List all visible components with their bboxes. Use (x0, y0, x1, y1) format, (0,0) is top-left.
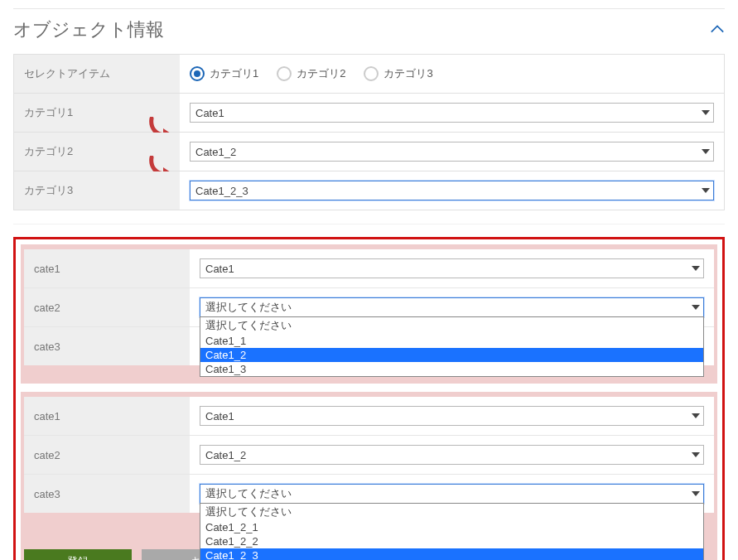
row-cate1: cate1 Cate1 (24, 249, 714, 287)
row-cate2: cate2 Cate1_2 (24, 435, 714, 474)
label-cate3: cate3 (24, 327, 190, 365)
divider (13, 224, 725, 237)
select-cate3-g3[interactable]: 選択してください (200, 484, 704, 504)
dropdown-option[interactable]: Cate1_2_3 (200, 548, 703, 560)
caret-down-icon (692, 266, 700, 271)
dropdown-option[interactable]: Cate1_1 (200, 334, 703, 348)
field-cate2: 選択してください 選択してください Cate1_1 Cate1_2 Cate1_… (190, 288, 714, 326)
select-cate1-g3[interactable]: Cate1 (200, 406, 704, 426)
radio-category-2[interactable]: カテゴリ2 (277, 66, 345, 81)
dropdown-cate2-g2: 選択してください Cate1_1 Cate1_2 Cate1_3 (200, 316, 704, 377)
dropdown-option[interactable]: Cate1_2_2 (200, 534, 703, 548)
row-category-1: カテゴリ1 Cate1 (14, 93, 724, 132)
label-cate1: cate1 (24, 249, 190, 287)
annotation-highlight-box: cate1 Cate1 cate2 選択してください 選択してくだ (13, 237, 725, 560)
dropdown-option[interactable]: Cate1_3 (200, 362, 703, 376)
select-value: 選択してください (205, 486, 292, 501)
field-category-2: Cate1_2 (180, 133, 724, 171)
example-table-3: cate1 Cate1 cate2 Cate1_2 (24, 397, 714, 513)
radio-icon (190, 66, 205, 81)
select-cate1-g2[interactable]: Cate1 (200, 258, 704, 278)
label-cate3: cate3 (24, 475, 190, 513)
dropdown-option[interactable]: Cate1_2 (200, 348, 703, 362)
row-cate3: cate3 選択してください 選択してください Cate1_2_1 Cate1_… (24, 474, 714, 513)
field-category-1: Cate1 (180, 94, 724, 132)
row-cate2: cate2 選択してください 選択してください Cate1_1 Cate1_2 … (24, 287, 714, 326)
example-group-2: cate1 Cate1 cate2 選択してください 選択してくだ (21, 244, 717, 384)
caret-down-icon (692, 305, 700, 310)
select-value: Cate1 (205, 410, 234, 422)
row-select-item: セレクトアイテム カテゴリ1 カテゴリ2 カテゴリ3 (14, 55, 724, 93)
field-select-item: カテゴリ1 カテゴリ2 カテゴリ3 (180, 55, 724, 93)
label-text: カテゴリ2 (24, 144, 73, 159)
radio-label: カテゴリ1 (210, 66, 258, 81)
caret-down-icon (692, 491, 700, 496)
field-cate2: Cate1_2 (190, 436, 714, 474)
example-table-2: cate1 Cate1 cate2 選択してください 選択してくだ (24, 249, 714, 365)
caret-down-icon (702, 149, 710, 154)
select-value: Cate1 (195, 107, 224, 119)
caret-down-icon (692, 452, 700, 457)
caret-down-icon (702, 188, 710, 193)
label-category-3: カテゴリ3 (14, 171, 180, 210)
field-category-3: Cate1_2_3 (180, 171, 724, 210)
label-cate2: cate2 (24, 436, 190, 474)
select-value: Cate1 (205, 263, 234, 275)
row-category-3: カテゴリ3 Cate1_2_3 (14, 171, 724, 210)
chevron-up-icon[interactable] (710, 23, 725, 37)
radio-label: カテゴリ2 (297, 66, 345, 81)
field-cate1: Cate1 (190, 249, 714, 287)
row-category-2: カテゴリ2 Cate1_2 (14, 132, 724, 171)
radio-icon (364, 66, 379, 81)
select-value: Cate1_2 (195, 146, 236, 158)
dropdown-cate3-g3: 選択してください Cate1_2_1 Cate1_2_2 Cate1_2_3 (200, 503, 704, 560)
label-category-1: カテゴリ1 (14, 94, 180, 132)
label-category-2: カテゴリ2 (14, 133, 180, 171)
example-group-3: cate1 Cate1 cate2 Cate1_2 (21, 392, 717, 560)
select-cate2-g2[interactable]: 選択してください (200, 297, 704, 317)
radio-category-1[interactable]: カテゴリ1 (190, 66, 258, 81)
radio-icon (277, 66, 292, 81)
dropdown-option[interactable]: Cate1_2_1 (200, 520, 703, 534)
row-cate1: cate1 Cate1 (24, 397, 714, 435)
radio-group-category: カテゴリ1 カテゴリ2 カテゴリ3 (190, 66, 433, 81)
label-text: カテゴリ1 (24, 105, 73, 120)
caret-down-icon (702, 110, 710, 115)
select-value: Cate1_2 (205, 449, 246, 461)
label-cate1: cate1 (24, 397, 190, 435)
select-category-1[interactable]: Cate1 (190, 103, 714, 123)
select-value: 選択してください (205, 300, 292, 315)
label-select-item: セレクトアイテム (14, 55, 180, 93)
field-cate1: Cate1 (190, 397, 714, 435)
panel-title: オブジェクト情報 (13, 17, 164, 42)
panel-header: オブジェクト情報 (13, 8, 725, 54)
label-cate2: cate2 (24, 288, 190, 326)
radio-label: カテゴリ3 (383, 66, 432, 81)
select-category-2[interactable]: Cate1_2 (190, 142, 714, 162)
select-cate2-g3[interactable]: Cate1_2 (200, 445, 704, 465)
submit-button[interactable]: 登録 (24, 549, 132, 560)
field-cate3: 選択してください 選択してください Cate1_2_1 Cate1_2_2 Ca… (190, 475, 714, 513)
radio-category-3[interactable]: カテゴリ3 (364, 66, 432, 81)
select-category-3[interactable]: Cate1_2_3 (190, 181, 714, 200)
select-value: Cate1_2_3 (195, 185, 248, 197)
object-info-table: セレクトアイテム カテゴリ1 カテゴリ2 カテゴリ3 カテゴリ1 (13, 54, 725, 210)
dropdown-option[interactable]: 選択してください (200, 317, 703, 334)
caret-down-icon (692, 413, 700, 418)
dropdown-option[interactable]: 選択してください (200, 504, 703, 520)
